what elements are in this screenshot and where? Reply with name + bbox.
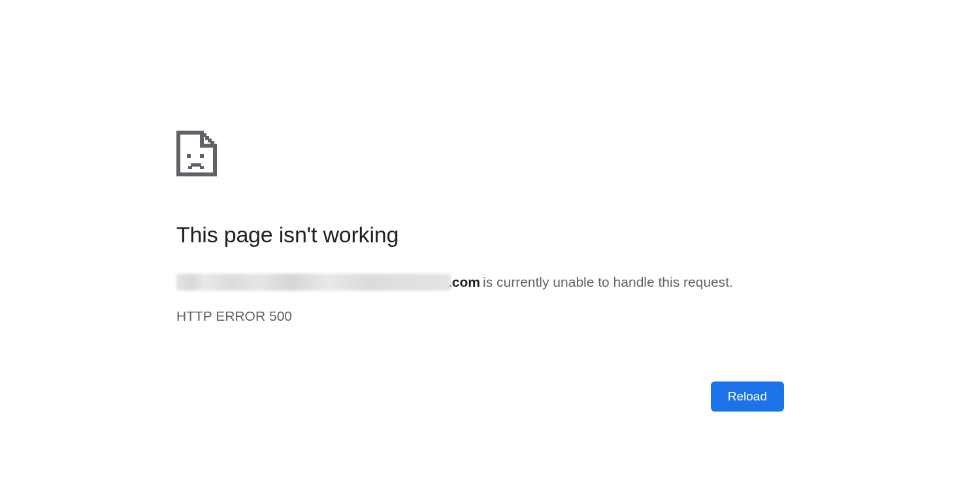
svg-rect-1 — [176, 131, 180, 176]
svg-rect-12 — [187, 154, 191, 158]
error-message-tail: is currently unable to handle this reque… — [483, 272, 733, 291]
action-row: Reload — [711, 381, 784, 412]
error-page-container: This page isn't working .com is currentl… — [176, 131, 784, 324]
redacted-domain — [176, 274, 451, 291]
svg-rect-0 — [176, 131, 204, 135]
svg-rect-11 — [200, 144, 217, 148]
error-heading: This page isn't working — [176, 222, 784, 248]
error-code-label: HTTP ERROR 500 — [176, 308, 784, 324]
svg-rect-13 — [200, 154, 204, 158]
error-message: .com is currently unable to handle this … — [176, 272, 784, 291]
reload-button[interactable]: Reload — [711, 381, 784, 412]
svg-rect-2 — [176, 172, 217, 176]
sad-document-icon — [176, 131, 784, 176]
svg-rect-15 — [188, 166, 192, 169]
svg-rect-14 — [191, 163, 201, 167]
domain-suffix: .com — [448, 272, 480, 291]
svg-rect-3 — [213, 144, 217, 176]
svg-rect-16 — [200, 166, 204, 169]
